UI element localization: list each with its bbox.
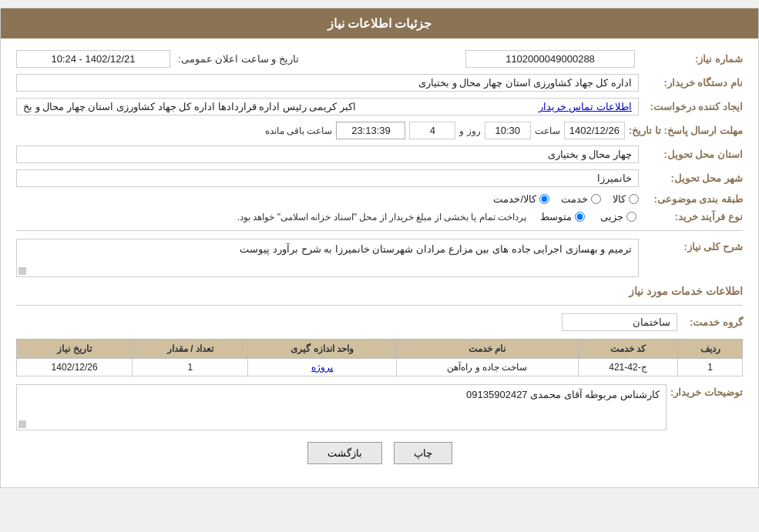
process-options: جزیی متوسط — [540, 211, 636, 223]
deadline-remaining: 23:13:39 — [336, 122, 405, 139]
buyer-desc-box: کارشناس مربوطه آقای محمدی 09135902427 — [16, 384, 667, 430]
process-radio-motevasset[interactable] — [575, 212, 585, 222]
subject-option-kala: کالا — [613, 193, 639, 205]
divider-2 — [16, 305, 743, 306]
process-label: نوع فرآیند خرید: — [643, 211, 743, 223]
subject-kala-label: کالا — [613, 193, 626, 205]
divider-1 — [16, 230, 743, 231]
remaining-label: ساعت باقی مانده — [265, 125, 333, 136]
group-row: گروه خدمت: ساختمان — [16, 313, 743, 331]
province-label: استان محل تحویل: — [643, 149, 743, 160]
description-box: ترمیم و بهسازی اجرایی جاده های بین مزارع… — [16, 239, 639, 277]
description-text: ترمیم و بهسازی اجرایی جاده های بین مزارع… — [240, 243, 632, 255]
td-unit[interactable]: پروژه — [248, 359, 396, 376]
buyer-org-row: نام دستگاه خریدار: اداره کل جهاد کشاورزی… — [16, 74, 743, 92]
th-date: تاریخ نیاز — [17, 340, 133, 359]
services-tbody: 1 ج-42-421 ساخت جاده و راه‌آهن پروژه 1 1… — [17, 359, 743, 376]
page-header: جزئیات اطلاعات نیاز — [1, 8, 758, 38]
deadline-date: 1402/12/26 — [564, 122, 625, 139]
process-note: پرداخت تمام یا بخشی از مبلغ خریدار از مح… — [237, 212, 526, 223]
td-name: ساخت جاده و راه‌آهن — [396, 359, 578, 376]
description-label: شرح کلی نیاز: — [643, 239, 743, 253]
creator-value: اطلاعات تماس خریدار اکبر کریمی رئیس ادار… — [16, 98, 639, 115]
process-row: نوع فرآیند خرید: جزیی متوسط پرداخت تمام … — [16, 211, 743, 223]
announce-label: تاریخ و ساعت اعلان عمومی: — [178, 53, 299, 65]
subject-radio-both[interactable] — [539, 194, 549, 204]
print-button[interactable]: چاپ — [394, 442, 452, 464]
buttons-row: چاپ بازگشت — [16, 442, 743, 464]
day-label: روز و — [459, 125, 480, 136]
page-title: جزئیات اطلاعات نیاز — [327, 17, 432, 30]
services-section-title: اطلاعات خدمات مورد نیاز — [16, 285, 743, 297]
creator-text: اکبر کریمی رئیس اداره قراردادها اداره کل… — [23, 101, 356, 112]
td-rownum: 1 — [678, 359, 743, 376]
city-value: خانمیرزا — [16, 169, 639, 187]
buyer-desc-label: توضیحات خریدار: — [670, 384, 743, 398]
announce-value: 1402/12/21 - 10:24 — [16, 50, 170, 68]
creator-row: ایجاد کننده درخواست: اطلاعات تماس خریدار… — [16, 98, 743, 115]
deadline-row: مهلت ارسال پاسخ: تا تاریخ: 1402/12/26 سا… — [16, 122, 743, 139]
process-option-motevasset: متوسط — [540, 211, 585, 223]
subject-option-both: کالا/خدمت — [493, 193, 549, 205]
th-code: کد خدمت — [578, 340, 677, 359]
deadline-label: مهلت ارسال پاسخ: تا تاریخ: — [629, 125, 743, 136]
number-label: شماره نیاز: — [643, 53, 743, 65]
process-option-jozi: جزیی — [600, 211, 636, 223]
subject-khedmat-label: خدمت — [561, 193, 588, 205]
deadline-time: 10:30 — [485, 122, 531, 139]
description-row: شرح کلی نیاز: ترمیم و بهسازی اجرایی جاده… — [16, 239, 743, 277]
subject-both-label: کالا/خدمت — [493, 193, 536, 205]
td-qty: 1 — [133, 359, 248, 376]
buyer-desc-resize-handle[interactable] — [18, 420, 26, 428]
group-value: ساختمان — [562, 313, 677, 331]
services-table: ردیف کد خدمت نام خدمت واحد اندازه گیری ت… — [16, 339, 743, 376]
subject-radio-group: کالا خدمت کالا/خدمت — [493, 193, 639, 205]
table-row: 1 ج-42-421 ساخت جاده و راه‌آهن پروژه 1 1… — [17, 359, 743, 376]
th-qty: تعداد / مقدار — [133, 340, 248, 359]
td-code: ج-42-421 — [578, 359, 677, 376]
city-row: شهر محل تحویل: خانمیرزا — [16, 169, 743, 187]
th-unit: واحد اندازه گیری — [248, 340, 396, 359]
creator-label: ایجاد کننده درخواست: — [643, 101, 743, 112]
td-date: 1402/12/26 — [17, 359, 133, 376]
creator-contact-link[interactable]: اطلاعات تماس خریدار — [539, 101, 632, 112]
subject-row: طبقه بندی موضوعی: کالا خدمت کالا/خدمت — [16, 193, 743, 205]
number-value: 1102000049000288 — [465, 50, 635, 68]
province-value: چهار محال و بختیاری — [16, 146, 639, 163]
buyer-desc-row: توضیحات خریدار: کارشناس مربوطه آقای محمد… — [16, 384, 743, 430]
buyer-org-value: اداره کل جهاد کشاورزی استان چهار محال و … — [16, 74, 639, 92]
content-area: شماره نیاز: 1102000049000288 تاریخ و ساع… — [1, 38, 758, 487]
th-rownum: ردیف — [678, 340, 743, 359]
city-label: شهر محل تحویل: — [643, 172, 743, 184]
resize-handle[interactable] — [18, 267, 26, 275]
subject-radio-khedmat[interactable] — [591, 194, 601, 204]
subject-label: طبقه بندی موضوعی: — [643, 193, 743, 205]
time-label: ساعت — [535, 125, 560, 136]
table-header-row: ردیف کد خدمت نام خدمت واحد اندازه گیری ت… — [17, 340, 743, 359]
subject-option-khedmat: خدمت — [561, 193, 601, 205]
back-button[interactable]: بازگشت — [307, 442, 382, 464]
page-wrapper: جزئیات اطلاعات نیاز شماره نیاز: 11020000… — [0, 8, 759, 488]
process-motevasset-label: متوسط — [540, 211, 572, 223]
buyer-org-label: نام دستگاه خریدار: — [643, 77, 743, 89]
group-label: گروه خدمت: — [681, 316, 743, 328]
process-radio-jozi[interactable] — [626, 212, 636, 222]
subject-radio-kala[interactable] — [629, 194, 639, 204]
th-name: نام خدمت — [396, 340, 578, 359]
deadline-days: 4 — [409, 122, 455, 139]
process-jozi-label: جزیی — [600, 211, 623, 223]
buyer-desc-text: کارشناس مربوطه آقای محمدی 09135902427 — [466, 389, 660, 400]
province-row: استان محل تحویل: چهار محال و بختیاری — [16, 146, 743, 163]
